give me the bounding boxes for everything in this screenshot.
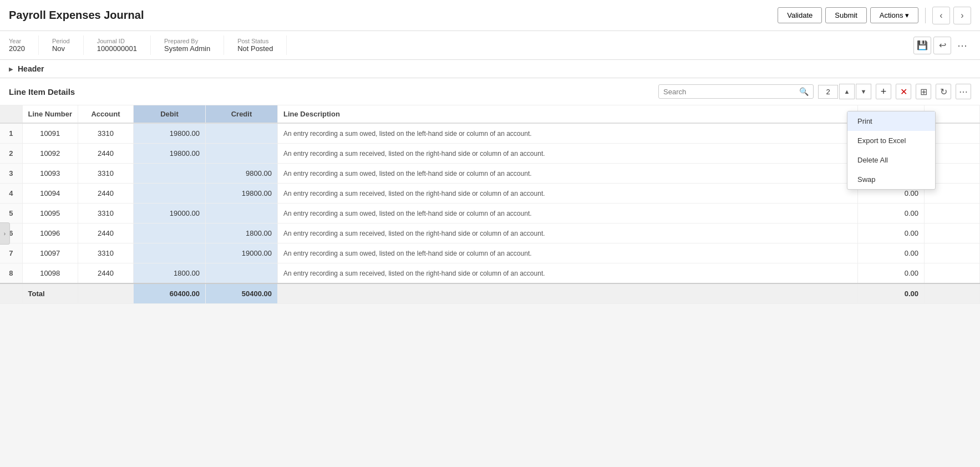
- top-bar-actions: Validate Submit Actions ▾ ‹ ›: [778, 7, 971, 24]
- table-row[interactable]: 4 10094 2440 19800.00 An entry recording…: [0, 184, 980, 204]
- table-more-button[interactable]: ⋯: [956, 84, 971, 99]
- table-row[interactable]: 7 10097 3310 19000.00 An entry recording…: [0, 243, 980, 263]
- cell-credit[interactable]: 19000.00: [205, 243, 277, 263]
- col-header-line-number: Line Number: [22, 105, 78, 123]
- search-input[interactable]: [663, 88, 799, 96]
- cell-debit[interactable]: [133, 224, 205, 243]
- meta-year: Year 2020: [9, 35, 39, 55]
- search-box[interactable]: 🔍: [658, 84, 814, 99]
- table-row[interactable]: 5 10095 3310 19000.00 An entry recording…: [0, 204, 980, 224]
- total-blank: [925, 283, 980, 304]
- add-row-button[interactable]: +: [876, 84, 891, 99]
- line-item-title: Line Item Details: [9, 87, 654, 97]
- undo-icon-button[interactable]: ↩: [933, 37, 951, 54]
- col-header-debit[interactable]: Debit: [133, 105, 205, 123]
- col-header-credit[interactable]: Credit: [205, 105, 277, 123]
- line-item-header: Line Item Details 🔍 2 ▲ ▼ + ✕ ⊞ ↻ ⋯: [0, 78, 980, 105]
- cell-account: 3310: [78, 123, 133, 144]
- delete-row-button[interactable]: ✕: [896, 84, 911, 99]
- next-page-button[interactable]: ▼: [856, 84, 871, 99]
- cell-credit[interactable]: [205, 123, 277, 144]
- table-row[interactable]: 1 10091 3310 19800.00 An entry recording…: [0, 123, 980, 144]
- left-collapse-tab[interactable]: ›: [0, 222, 10, 245]
- cell-line-description: An entry recording a sum owed, listed on…: [277, 243, 857, 263]
- cell-debit[interactable]: 19800.00: [133, 123, 205, 144]
- meta-period: Period Nov: [52, 35, 84, 55]
- refresh-button[interactable]: ↻: [936, 84, 951, 99]
- total-label: Total: [22, 283, 78, 304]
- cell-blank: [925, 243, 980, 263]
- cell-blank: [925, 263, 980, 284]
- header-section[interactable]: ▶ Header: [0, 60, 980, 78]
- cell-amount: 0.00: [858, 224, 925, 243]
- actions-dropdown-menu: PrintExport to ExcelDelete AllSwap: [847, 111, 936, 190]
- dropdown-item-export-to-excel[interactable]: Export to Excel: [847, 131, 935, 150]
- back-nav-button[interactable]: ‹: [932, 7, 950, 24]
- col-header-line-description: Line Description: [277, 105, 857, 123]
- table-row[interactable]: 3 10093 3310 9800.00 An entry recording …: [0, 164, 980, 184]
- total-account: [78, 283, 133, 304]
- meta-more-button[interactable]: ⋯: [953, 37, 971, 54]
- cell-row-num: 4: [0, 184, 22, 204]
- cell-line-number: 10098: [22, 263, 78, 284]
- dropdown-item-delete-all[interactable]: Delete All: [847, 150, 935, 170]
- pagination-controls: 2 ▲ ▼: [818, 84, 871, 99]
- cell-credit[interactable]: 9800.00: [205, 164, 277, 184]
- line-item-section: Line Item Details 🔍 2 ▲ ▼ + ✕ ⊞ ↻ ⋯ Line…: [0, 78, 980, 304]
- total-row: Total 60400.00 50400.00 0.00: [0, 283, 980, 304]
- cell-line-description: An entry recording a sum owed, listed on…: [277, 204, 857, 224]
- cell-row-num: 1: [0, 123, 22, 144]
- cell-line-description: An entry recording a sum owed, listed on…: [277, 164, 857, 184]
- columns-button[interactable]: ⊞: [916, 84, 931, 99]
- dropdown-item-swap[interactable]: Swap: [847, 170, 935, 189]
- prev-page-button[interactable]: ▲: [839, 84, 855, 99]
- cell-account: 2440: [78, 184, 133, 204]
- cell-debit[interactable]: [133, 164, 205, 184]
- cell-amount: 0.00: [858, 263, 925, 284]
- cell-row-num: 7: [0, 243, 22, 263]
- cell-line-number: 10095: [22, 204, 78, 224]
- cell-row-num: 3: [0, 164, 22, 184]
- meta-journal-id: Journal ID 1000000001: [97, 35, 151, 55]
- actions-button[interactable]: Actions ▾: [870, 7, 918, 23]
- cell-credit[interactable]: [205, 263, 277, 284]
- dropdown-item-print[interactable]: Print: [847, 111, 935, 131]
- cell-line-description: An entry recording a sum received, liste…: [277, 224, 857, 243]
- forward-nav-button[interactable]: ›: [953, 7, 971, 24]
- cell-debit[interactable]: 19800.00: [133, 144, 205, 164]
- table-row[interactable]: 6 10096 2440 1800.00 An entry recording …: [0, 224, 980, 243]
- cell-line-number: 10091: [22, 123, 78, 144]
- cell-credit[interactable]: 1800.00: [205, 224, 277, 243]
- cell-amount: 0.00: [858, 243, 925, 263]
- total-credit: 50400.00: [205, 283, 277, 304]
- cell-credit[interactable]: 19800.00: [205, 184, 277, 204]
- cell-line-description: An entry recording a sum received, liste…: [277, 184, 857, 204]
- cell-amount: 0.00: [858, 204, 925, 224]
- cell-row-num: 2: [0, 144, 22, 164]
- cell-debit[interactable]: 1800.00: [133, 263, 205, 284]
- cell-line-description: An entry recording a sum received, liste…: [277, 263, 857, 284]
- meta-bar: Year 2020 Period Nov Journal ID 10000000…: [0, 31, 980, 60]
- cell-debit[interactable]: [133, 184, 205, 204]
- table-row[interactable]: 8 10098 2440 1800.00 An entry recording …: [0, 263, 980, 284]
- top-bar: Payroll Expenses Journal Validate Submit…: [0, 0, 980, 31]
- page-title: Payroll Expenses Journal: [9, 9, 778, 22]
- col-header-account: Account: [78, 105, 133, 123]
- save-icon-button[interactable]: 💾: [913, 37, 931, 54]
- cell-credit[interactable]: [205, 204, 277, 224]
- meta-post-status: Post Status Not Posted: [237, 35, 287, 55]
- total-desc: [277, 283, 857, 304]
- cell-debit[interactable]: 19000.00: [133, 204, 205, 224]
- cell-account: 3310: [78, 204, 133, 224]
- cell-account: 2440: [78, 263, 133, 284]
- header-expand-icon: ▶: [9, 66, 13, 72]
- submit-button[interactable]: Submit: [825, 7, 866, 23]
- cell-credit[interactable]: [205, 144, 277, 164]
- cell-account: 3310: [78, 164, 133, 184]
- meta-prepared-by: Prepared By System Admin: [164, 35, 224, 55]
- validate-button[interactable]: Validate: [778, 7, 822, 23]
- cell-row-num: 8: [0, 263, 22, 284]
- cell-debit[interactable]: [133, 243, 205, 263]
- table-row[interactable]: 2 10092 2440 19800.00 An entry recording…: [0, 144, 980, 164]
- line-items-table: Line Number Account Debit Credit Line De…: [0, 105, 980, 304]
